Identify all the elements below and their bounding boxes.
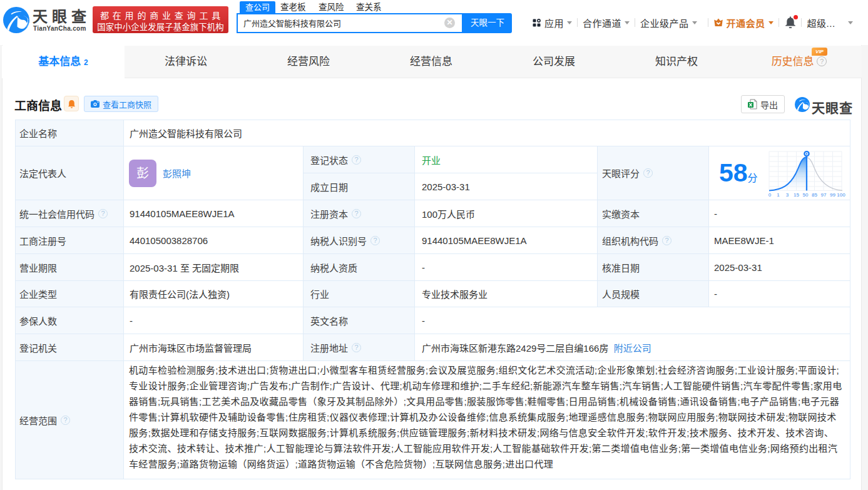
svg-text:85: 85 [812, 192, 817, 198]
svg-text:100: 100 [837, 192, 845, 198]
svg-text:97: 97 [821, 192, 827, 198]
svg-text:15: 15 [794, 192, 799, 198]
svg-text:1: 1 [777, 192, 780, 198]
svg-text:99: 99 [830, 192, 835, 198]
svg-text:0: 0 [768, 192, 772, 198]
svg-text:50: 50 [803, 192, 809, 198]
svg-text:3: 3 [786, 192, 789, 198]
